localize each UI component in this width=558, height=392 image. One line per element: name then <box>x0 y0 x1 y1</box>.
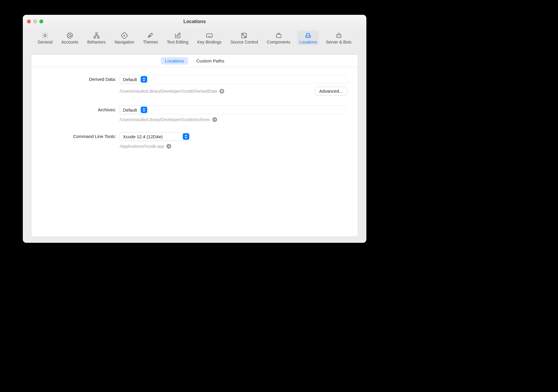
toolbar-tab-server-bots[interactable]: Server & Bots <box>324 31 353 45</box>
chevrons-up-down-icon <box>141 107 147 113</box>
reveal-in-finder-button[interactable] <box>212 117 217 122</box>
select-value: Default <box>120 107 140 113</box>
preferences-toolbar: General Accounts Behaviors Navigation Th <box>23 30 366 47</box>
svg-rect-13 <box>337 34 341 38</box>
derived-data-path-field[interactable] <box>152 75 347 84</box>
subtab-custom-paths[interactable]: Custom Paths <box>192 57 228 65</box>
clt-label: Command Line Tools: <box>42 132 116 139</box>
svg-point-1 <box>69 34 71 37</box>
toolbar-tab-themes[interactable]: Themes <box>141 31 160 45</box>
svg-point-12 <box>309 36 310 37</box>
toolbar-tab-general[interactable]: General <box>36 31 54 45</box>
titlebar: Locations <box>23 15 366 30</box>
segmented-tabs: Locations Custom Paths <box>31 55 358 67</box>
content-area: Locations Custom Paths Derived Data: Def… <box>23 47 366 243</box>
row-archives: Archives: Default /Use <box>42 105 347 122</box>
minimize-window-button[interactable] <box>33 20 37 23</box>
svg-rect-4 <box>97 37 99 38</box>
toolbar-label: Themes <box>143 40 158 44</box>
advanced-button[interactable]: Advanced... <box>315 87 347 95</box>
toolbar-label: Behaviors <box>87 40 106 44</box>
close-window-button[interactable] <box>27 20 31 23</box>
subtab-locations[interactable]: Locations <box>161 57 188 65</box>
toolbar-tab-locations[interactable]: Locations <box>297 31 319 45</box>
toolbox-icon <box>275 32 283 39</box>
preferences-window: Locations General Accounts Behaviors N <box>23 15 366 243</box>
path-text: /Users/nstudio/Library/Developer/Xcode/D… <box>120 89 217 94</box>
chevrons-up-down-icon <box>183 133 189 140</box>
gear-icon <box>41 32 49 39</box>
row-derived-data: Derived Data: Default <box>42 75 347 95</box>
toolbar-tab-components[interactable]: Components <box>265 31 292 45</box>
toolbar-label: Components <box>267 40 290 44</box>
row-command-line-tools: Command Line Tools: Xcode 12.4 (12D4e) <box>42 132 347 149</box>
archives-label: Archives: <box>42 105 116 112</box>
derived-data-select[interactable]: Default <box>120 75 148 84</box>
toolbar-label: Navigation <box>115 40 134 44</box>
select-value: Default <box>120 77 140 82</box>
toolbar-label: Server & Bots <box>326 40 351 44</box>
toolbar-label: Accounts <box>61 40 78 44</box>
robot-icon <box>335 32 343 39</box>
locations-form: Derived Data: Default <box>31 67 358 156</box>
svg-point-0 <box>44 35 46 36</box>
hierarchy-icon <box>92 32 101 39</box>
select-value: Xcode 12.4 (12D4e) <box>120 134 182 139</box>
archives-path-display: /Users/nstudio/Library/Developer/Xcode/A… <box>120 117 347 122</box>
derived-data-label: Derived Data: <box>42 75 116 82</box>
derived-data-path-display: /Users/nstudio/Library/Developer/Xcode/D… <box>120 89 224 94</box>
chevrons-up-down-icon <box>141 76 147 83</box>
toolbar-label: Source Control <box>230 40 258 44</box>
clt-path-display: /Applications/Xcode.app <box>120 144 347 149</box>
zoom-window-button[interactable] <box>39 20 43 23</box>
toolbar-label: General <box>38 40 52 44</box>
paintbrush-icon <box>146 32 155 39</box>
toolbar-label: Text Editing <box>167 40 188 44</box>
svg-point-15 <box>339 36 340 36</box>
toolbar-label: Key Bindings <box>197 40 222 44</box>
window-controls <box>27 20 43 23</box>
at-sign-icon <box>66 32 74 39</box>
reveal-in-finder-button[interactable] <box>219 89 224 94</box>
window-title: Locations <box>23 15 366 24</box>
clt-select[interactable]: Xcode 12.4 (12D4e) <box>120 132 190 141</box>
archives-select[interactable]: Default <box>120 105 148 114</box>
toolbar-tab-accounts[interactable]: Accounts <box>60 31 80 45</box>
path-text: /Applications/Xcode.app <box>120 144 164 149</box>
source-control-icon <box>240 32 248 39</box>
toolbar-tab-text-editing[interactable]: Text Editing <box>165 31 190 45</box>
svg-rect-2 <box>96 33 97 34</box>
reveal-in-finder-button[interactable] <box>166 144 171 149</box>
toolbar-tab-source-control[interactable]: Source Control <box>229 31 260 45</box>
toolbar-label: Locations <box>299 40 317 44</box>
drive-icon <box>304 32 312 39</box>
keyboard-icon <box>205 32 214 39</box>
svg-rect-3 <box>94 37 96 38</box>
path-text: /Users/nstudio/Library/Developer/Xcode/A… <box>120 117 210 122</box>
toolbar-tab-behaviors[interactable]: Behaviors <box>86 31 108 45</box>
archives-path-field[interactable] <box>152 105 347 114</box>
edit-square-icon <box>174 32 182 39</box>
svg-rect-6 <box>206 34 212 37</box>
svg-rect-10 <box>276 34 281 38</box>
svg-point-14 <box>337 36 338 36</box>
toolbar-tab-navigation[interactable]: Navigation <box>113 31 136 45</box>
toolbar-tab-key-bindings[interactable]: Key Bindings <box>195 31 223 45</box>
locations-panel: Locations Custom Paths Derived Data: Def… <box>31 54 358 237</box>
navigation-sign-icon <box>120 32 129 39</box>
